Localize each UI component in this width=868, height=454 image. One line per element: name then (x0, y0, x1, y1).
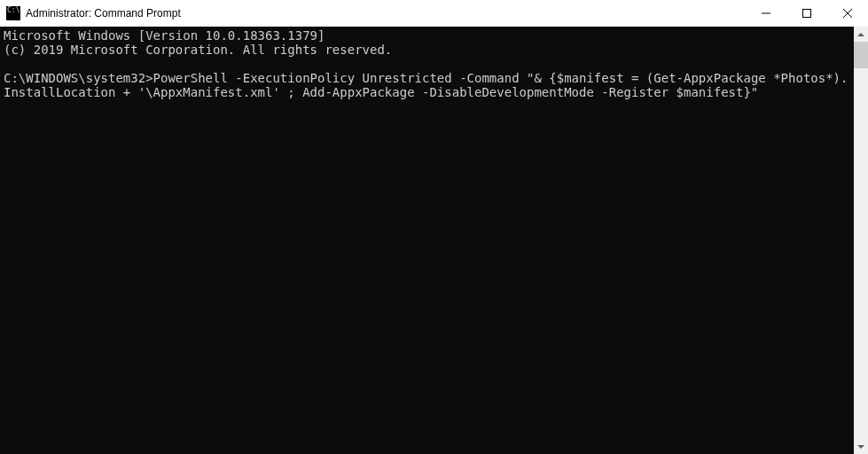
scroll-thumb[interactable] (854, 42, 868, 68)
window-controls (746, 0, 868, 27)
close-button[interactable] (827, 0, 868, 27)
prompt: C:\WINDOWS\system32> (4, 71, 153, 85)
window-title: Administrator: Command Prompt (26, 7, 746, 20)
minimize-button[interactable] (746, 0, 786, 27)
svg-marker-5 (857, 445, 864, 449)
titlebar[interactable]: Administrator: Command Prompt (0, 0, 868, 27)
terminal-output[interactable]: Microsoft Windows [Version 10.0.18363.13… (0, 27, 854, 454)
terminal-area: Microsoft Windows [Version 10.0.18363.13… (0, 27, 868, 454)
scroll-down-button[interactable] (854, 439, 868, 454)
scroll-track[interactable] (854, 42, 868, 439)
copyright-line: (c) 2019 Microsoft Corporation. All righ… (4, 43, 392, 57)
vertical-scrollbar[interactable] (854, 27, 868, 454)
maximize-button[interactable] (786, 0, 827, 27)
version-line: Microsoft Windows [Version 10.0.18363.13… (4, 28, 325, 43)
cmd-icon (6, 6, 20, 20)
svg-rect-1 (803, 10, 811, 18)
svg-marker-4 (857, 33, 864, 36)
scroll-up-button[interactable] (854, 27, 868, 42)
